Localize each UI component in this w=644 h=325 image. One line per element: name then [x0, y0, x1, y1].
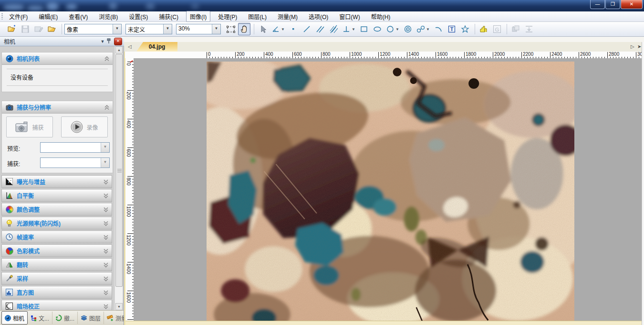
text-tool-button[interactable]: T: [446, 23, 458, 35]
select-arrow-button[interactable]: [257, 23, 269, 35]
chevron-down-icon[interactable]: ▼: [212, 24, 220, 34]
chevron-down-icon[interactable]: ▼: [352, 27, 355, 31]
capture-combobox[interactable]: ▼: [40, 157, 110, 168]
section-color-mode[interactable]: 色彩模式: [1, 244, 112, 257]
crop-marquee-button[interactable]: [225, 23, 237, 35]
pan-hand-button[interactable]: [238, 23, 250, 35]
preview-combobox[interactable]: ▼: [40, 142, 110, 153]
expand-chevron-down-icon[interactable]: [103, 207, 109, 212]
chevron-down-icon[interactable]: ▼: [101, 143, 109, 152]
menu-item-measure[interactable]: 测量(M): [274, 11, 301, 21]
section-flip[interactable]: 翻转: [1, 258, 112, 271]
hatch-lines-tool-button[interactable]: [327, 23, 340, 35]
tab-scroll-left-icon[interactable]: ◁: [128, 44, 132, 49]
collapse-chevron-up-icon[interactable]: [104, 105, 110, 110]
tab-layers[interactable]: 图层: [78, 312, 104, 324]
menu-item-help[interactable]: 帮助(H): [368, 11, 394, 21]
chevron-down-icon[interactable]: ▼: [113, 24, 121, 34]
chevron-down-icon[interactable]: ▼: [163, 24, 172, 34]
tab-file-tree[interactable]: 文...: [28, 312, 52, 324]
expand-chevron-down-icon[interactable]: [103, 220, 109, 226]
unit-combobox[interactable]: 像素 ▼: [64, 24, 122, 34]
expand-chevron-down-icon[interactable]: [103, 304, 109, 309]
menu-item-view[interactable]: 查看(V): [65, 11, 91, 21]
menu-item-settings[interactable]: 设置(S): [125, 11, 151, 21]
scrollbar-thumb[interactable]: [115, 54, 123, 287]
line-tool-button[interactable]: [301, 23, 313, 35]
v-ruler-label: 1600: [126, 292, 131, 303]
scroll-up-icon[interactable]: ▲: [115, 46, 123, 53]
expand-chevron-down-icon[interactable]: [103, 179, 109, 185]
expand-chevron-down-icon[interactable]: [103, 290, 109, 295]
rectangle-tool-button[interactable]: [358, 23, 370, 35]
chevron-down-icon[interactable]: ▼: [395, 27, 399, 31]
camera-list-header[interactable]: 相机列表: [2, 52, 113, 65]
menu-item-image[interactable]: 图像(I): [186, 11, 210, 22]
tab-camera[interactable]: 相机: [1, 311, 28, 325]
menu-item-edit[interactable]: 编辑(E): [35, 11, 61, 21]
concentric-circles-tool-button[interactable]: [402, 23, 414, 35]
save-button[interactable]: [19, 23, 31, 35]
restore-button[interactable]: ❐: [605, 0, 620, 9]
menu-item-file[interactable]: 文件(F): [6, 11, 31, 21]
panel-close-icon[interactable]: ✕: [114, 38, 122, 45]
grayscale-g-button[interactable]: G: [491, 23, 503, 35]
record-button[interactable]: 录像: [61, 116, 108, 137]
point-tool-button[interactable]: [287, 23, 300, 35]
section-dark-field[interactable]: 暗场校正: [1, 300, 112, 310]
minimize-button[interactable]: —: [590, 0, 605, 9]
section-white-balance[interactable]: 白平衡: [1, 189, 112, 202]
scroll-down-icon[interactable]: ▼: [115, 303, 123, 310]
chevron-down-icon[interactable]: ▼: [101, 158, 109, 168]
zoom-combobox[interactable]: 30% ▼: [176, 24, 221, 34]
expand-chevron-down-icon[interactable]: [103, 193, 109, 199]
menu-item-options[interactable]: 选项(O): [305, 11, 332, 21]
flatten-button[interactable]: [523, 23, 535, 35]
ellipse-tool-button[interactable]: [371, 23, 384, 35]
chevron-down-icon[interactable]: ▼: [426, 27, 430, 31]
calibration-combobox[interactable]: 未定义 ▼: [125, 24, 172, 34]
star-polygon-tool-button[interactable]: [459, 23, 471, 35]
expand-chevron-down-icon[interactable]: [103, 248, 109, 254]
histogram-button[interactable]: [478, 23, 490, 35]
document-tab[interactable]: 04.jpg: [136, 42, 177, 52]
tab-menu-icon[interactable]: ➤: [637, 44, 641, 49]
section-frame-rate[interactable]: 帧速率: [1, 231, 112, 243]
menu-item-window[interactable]: 窗口(W): [336, 11, 363, 21]
color-merge-button[interactable]: [509, 23, 522, 35]
linked-circles-tool-button[interactable]: ▼: [415, 23, 431, 35]
circle-tool-button[interactable]: ▼: [384, 23, 401, 35]
open-file-button[interactable]: [6, 23, 18, 35]
menu-item-process[interactable]: 处理(P): [215, 11, 240, 21]
chevron-down-icon[interactable]: ▼: [281, 27, 285, 31]
right-edge-strip[interactable]: [642, 42, 644, 325]
section-exposure-gain[interactable]: +- 曝光与增益: [1, 175, 112, 188]
capture-button[interactable]: 捕获: [6, 116, 53, 137]
arc-tool-button[interactable]: [432, 23, 445, 35]
edit-image-button[interactable]: [32, 23, 45, 35]
panel-menu-chevron-down-icon[interactable]: ▼: [99, 38, 106, 45]
browse-folder-button[interactable]: [46, 23, 58, 35]
tab-undo-history[interactable]: 撤...: [52, 312, 78, 324]
section-light-frequency[interactable]: 光源频率(防闪烁): [1, 217, 112, 230]
collapse-chevron-up-icon[interactable]: [104, 56, 110, 62]
menu-item-capture[interactable]: 捕获(C): [156, 11, 182, 21]
menu-item-browse[interactable]: 浏览(B): [95, 11, 121, 21]
parallel-lines-tool-button[interactable]: [314, 23, 326, 35]
expand-chevron-down-icon[interactable]: [103, 234, 109, 240]
expand-chevron-down-icon[interactable]: [103, 276, 109, 282]
capture-resolution-header[interactable]: 捕获与分辨率: [2, 101, 113, 114]
h-scrollbar[interactable]: [125, 321, 642, 325]
tab-scroll-right-icon[interactable]: ▷: [631, 44, 634, 49]
section-sampling[interactable]: 采样: [1, 272, 112, 285]
close-button[interactable]: ✕: [621, 0, 643, 9]
expand-chevron-down-icon[interactable]: [103, 262, 109, 268]
v-ruler-label: 200: [126, 92, 131, 100]
perpendicular-tool-button[interactable]: ▼: [341, 23, 357, 35]
section-histogram[interactable]: 直方图: [1, 286, 112, 299]
section-color-adjust[interactable]: 颜色调整: [1, 203, 112, 216]
sidebar-scrollbar[interactable]: ▲ ▼: [114, 46, 123, 310]
pin-icon[interactable]: [106, 38, 114, 45]
angle-tool-button[interactable]: ▼: [270, 23, 286, 35]
menu-item-layer[interactable]: 图层(L): [245, 11, 270, 21]
